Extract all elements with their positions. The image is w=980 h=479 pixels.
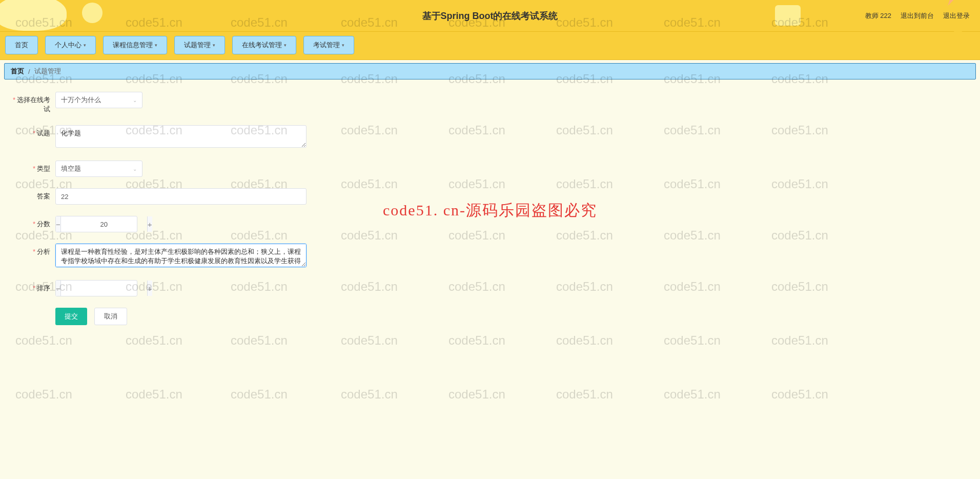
chevron-down-icon: ▾ <box>284 43 287 48</box>
cancel-button[interactable]: 取消 <box>94 308 127 325</box>
logout-link[interactable]: 退出登录 <box>943 11 970 21</box>
field-answer: 答案 <box>9 188 317 205</box>
breadcrumb: 首页 / 试题管理 <box>4 63 976 79</box>
label-question: *试题 <box>9 125 55 138</box>
watermark-text: code51.cn <box>664 387 721 402</box>
breadcrumb-current: 试题管理 <box>34 67 61 76</box>
order-stepper[interactable]: − + <box>55 280 137 296</box>
watermark-text: code51.cn <box>771 387 828 402</box>
label-select-exam: *选择在线考试 <box>9 92 55 114</box>
score-value[interactable] <box>61 216 147 232</box>
breadcrumb-home[interactable]: 首页 <box>11 67 24 76</box>
header-deco <box>0 0 67 31</box>
question-form: *选择在线考试 十万个为什么 ⌄ *试题 *类型 <box>9 92 317 325</box>
app-title: 基于Spring Boot的在线考试系统 <box>422 10 558 22</box>
answer-input[interactable] <box>55 188 307 205</box>
submit-button[interactable]: 提交 <box>55 308 87 325</box>
chevron-down-icon: ⌄ <box>133 97 137 103</box>
order-value[interactable] <box>61 281 147 296</box>
question-textarea[interactable] <box>55 125 307 148</box>
nav-exam-label: 考试管理 <box>313 41 340 50</box>
label-order: *排序 <box>9 280 55 293</box>
nav-question[interactable]: 试题管理 ▾ <box>174 36 225 54</box>
header-deco <box>82 3 103 23</box>
watermark-text: code51.cn <box>15 387 72 402</box>
field-type: *类型 填空题 ⌄ <box>9 161 317 177</box>
nav-home[interactable]: 首页 <box>5 36 38 54</box>
analysis-textarea[interactable] <box>55 244 307 267</box>
watermark-text: code51.cn <box>341 387 398 402</box>
nav-online-exam[interactable]: 在线考试管理 ▾ <box>232 36 296 54</box>
breadcrumb-wrap: 首页 / 试题管理 <box>4 63 976 79</box>
main-nav: 首页 个人中心 ▾ 课程信息管理 ▾ 试题管理 ▾ 在线考试管理 ▾ 考试管理 … <box>0 32 980 60</box>
score-increase-button[interactable]: + <box>147 216 152 232</box>
chevron-down-icon: ▾ <box>84 43 86 48</box>
form-actions: 提交 取消 <box>55 308 317 325</box>
order-decrease-button[interactable]: − <box>56 281 61 296</box>
nav-course[interactable]: 课程信息管理 ▾ <box>103 36 167 54</box>
chevron-down-icon: ▾ <box>213 43 215 48</box>
watermark-text: code51.cn <box>448 387 505 402</box>
field-question: *试题 <box>9 125 317 149</box>
header-deco <box>775 5 801 26</box>
chevron-down-icon: ▾ <box>342 43 344 48</box>
nav-personal[interactable]: 个人中心 ▾ <box>45 36 96 54</box>
watermark-text: code51.cn <box>556 387 613 402</box>
nav-personal-label: 个人中心 <box>55 41 81 50</box>
type-dropdown[interactable]: 填空题 ⌄ <box>55 161 142 177</box>
watermark-text: code51.cn <box>231 387 288 402</box>
chevron-down-icon: ⌄ <box>133 166 137 172</box>
order-increase-button[interactable]: + <box>147 281 152 296</box>
field-order: *排序 − + <box>9 280 317 296</box>
label-score: *分数 <box>9 216 55 229</box>
header-bar: 基于Spring Boot的在线考试系统 教师 222 退出到前台 退出登录 <box>0 0 980 32</box>
header-right: 教师 222 退出到前台 退出登录 <box>865 0 970 32</box>
content-area: *选择在线考试 十万个为什么 ⌄ *试题 *类型 <box>0 79 980 337</box>
label-analysis: *分析 <box>9 244 55 256</box>
select-exam-value: 十万个为什么 <box>61 95 101 105</box>
nav-question-label: 试题管理 <box>184 41 211 50</box>
nav-course-label: 课程信息管理 <box>113 41 153 50</box>
watermark-text: code51.cn <box>126 387 182 402</box>
nav-home-label: 首页 <box>15 41 28 50</box>
nav-exam[interactable]: 考试管理 ▾ <box>303 36 354 54</box>
field-analysis: *分析 <box>9 244 317 269</box>
back-to-front-link[interactable]: 退出到前台 <box>901 11 934 21</box>
field-select-exam: *选择在线考试 十万个为什么 ⌄ <box>9 92 317 114</box>
select-exam-dropdown[interactable]: 十万个为什么 ⌄ <box>55 92 142 108</box>
user-label[interactable]: 教师 222 <box>865 11 891 21</box>
breadcrumb-separator: / <box>28 68 30 75</box>
field-score: *分数 − + <box>9 216 317 232</box>
nav-online-exam-label: 在线考试管理 <box>242 41 282 50</box>
score-stepper[interactable]: − + <box>55 216 137 232</box>
type-value: 填空题 <box>61 164 81 173</box>
label-type: *类型 <box>9 161 55 173</box>
score-decrease-button[interactable]: − <box>56 216 61 232</box>
chevron-down-icon: ▾ <box>155 43 157 48</box>
label-answer: 答案 <box>9 188 55 201</box>
